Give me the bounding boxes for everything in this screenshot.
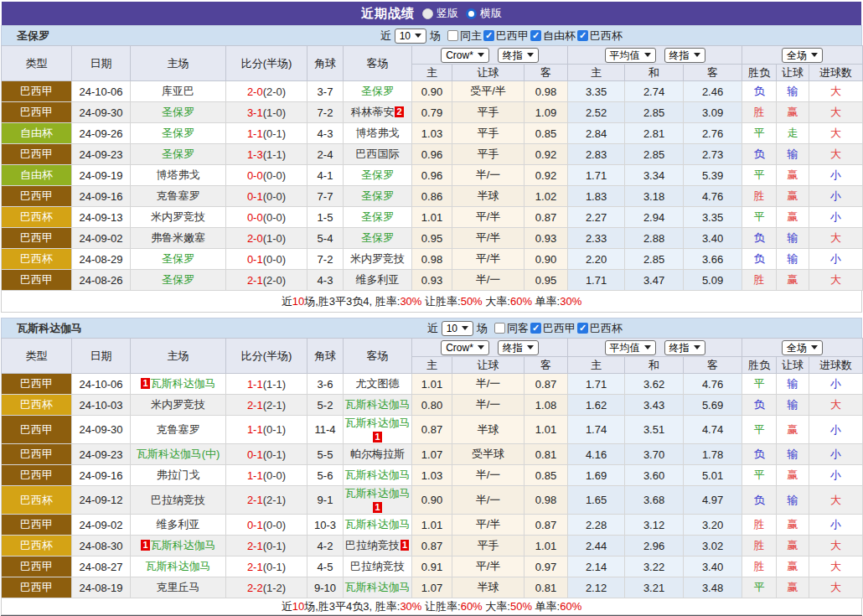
fulltime-score: 2-1 — [247, 540, 263, 552]
average-select[interactable]: 平均值 — [605, 48, 656, 63]
team-name: 巴西国际 — [356, 148, 400, 160]
games-label: 场 — [430, 28, 441, 44]
match-date: 24-09-30 — [72, 416, 131, 444]
match-count-value: 10 — [400, 30, 411, 42]
avg-draw: 2.96 — [625, 536, 684, 556]
col-corner: 角球 — [307, 46, 344, 81]
halftime-score: (0-1) — [263, 423, 286, 436]
red-card-badge: 1 — [141, 378, 149, 389]
avg-draw: 2.81 — [625, 123, 684, 144]
league-checkbox[interactable]: ✓ — [483, 30, 494, 41]
summary-text: 60% — [461, 600, 483, 613]
odds-time-select[interactable]: 终指 — [498, 48, 539, 63]
team-name: 科林蒂安 — [350, 106, 394, 118]
fulltime-score: 1-1 — [247, 423, 263, 436]
team-name: 弗鲁米嫩塞 — [151, 231, 205, 244]
result-goals: 小 — [809, 186, 863, 207]
odds-away: 0.98 — [525, 486, 568, 515]
fulltime-score: 2-1 — [247, 399, 263, 412]
league-checkbox[interactable]: ✓ — [530, 30, 541, 41]
halftime-score: (1-1) — [263, 378, 286, 391]
match-row: 巴西甲24-09-30克鲁塞罗1-1(0-1)11-4瓦斯科达伽马10.87半球… — [2, 416, 863, 444]
league-badge: 自由杯 — [2, 123, 72, 144]
league-checkbox[interactable]: ✓ — [530, 323, 541, 334]
results-body: 巴西甲24-10-061瓦斯科达伽马1-1(1-1)3-6尤文图德1.01半/一… — [2, 374, 863, 598]
section-summary: 近10场,胜3平4负3, 胜率:30% 让胜率:60% 大率:50% 单率:60… — [1, 598, 862, 615]
col-date: 日期 — [72, 46, 131, 81]
chevron-down-icon — [644, 53, 651, 57]
league-checkbox[interactable]: ✓ — [577, 30, 588, 41]
team-name: 圣保罗 — [162, 252, 194, 265]
bookmaker-select[interactable]: Crow* — [441, 340, 489, 355]
fulltime-score: 2-0 — [247, 232, 263, 245]
away-team: 圣保罗 — [344, 81, 412, 102]
league-checkbox[interactable]: ✓ — [577, 323, 588, 334]
result-handicap: 赢 — [777, 207, 809, 228]
same-venue-checkbox[interactable] — [494, 323, 505, 334]
odds-home: 1.01 — [412, 207, 452, 228]
result-handicap: 赢 — [777, 416, 809, 444]
result-goals: 小 — [809, 207, 863, 228]
fulltime-select[interactable]: 全场 — [782, 340, 823, 355]
corners: 9-10 — [307, 577, 344, 598]
team-name: 克里丘马 — [157, 581, 200, 593]
avg-home: 2.83 — [568, 144, 625, 165]
away-team: 科林蒂安2 — [344, 102, 412, 123]
average-select[interactable]: 平均值 — [605, 340, 656, 355]
home-team: 1瓦斯科达伽马 — [131, 536, 226, 556]
result-goals: 小 — [809, 465, 863, 486]
avg-home: 1.83 — [568, 186, 625, 207]
vertical-layout-label[interactable]: 竖版 — [437, 6, 458, 21]
filter-controls: 近10场同主✓巴西甲✓自由杯✓巴西杯 — [380, 28, 623, 44]
avg-home: 2.44 — [568, 536, 625, 556]
fulltime-score: 0-0 — [247, 169, 263, 182]
result-goals: 大 — [809, 556, 863, 577]
match-count-select[interactable]: 10 — [442, 321, 473, 336]
chevron-down-icon — [478, 345, 484, 349]
home-team: 1瓦斯科达伽马 — [131, 374, 226, 395]
average-time-select[interactable]: 终指 — [664, 48, 705, 63]
avg-draw: 2.85 — [625, 102, 684, 123]
section-header: 圣保罗 近10场同主✓巴西甲✓自由杯✓巴西杯 — [1, 25, 862, 45]
match-date: 24-09-13 — [72, 207, 131, 228]
summary-text: 50% — [461, 295, 483, 308]
horizontal-layout-label[interactable]: 横版 — [480, 6, 502, 21]
match-date: 24-08-27 — [72, 556, 131, 577]
result-wdl: 负 — [742, 144, 777, 165]
vertical-layout-radio[interactable] — [422, 8, 433, 19]
match-row: 巴西甲24-10-061瓦斯科达伽马1-1(1-1)3-6尤文图德1.01半/一… — [2, 374, 863, 395]
team-name: 瓦斯科达伽马 — [345, 487, 411, 500]
result-goals: 大 — [809, 395, 863, 416]
fulltime-select[interactable]: 全场 — [782, 48, 823, 63]
odds-time-select[interactable]: 终指 — [498, 340, 539, 355]
home-team: 弗拉门戈 — [131, 465, 226, 486]
summary-text: 大率: — [483, 600, 510, 613]
league-badge: 巴西甲 — [2, 416, 72, 444]
score: 2-1(2-1) — [226, 486, 307, 515]
chevron-down-icon — [415, 34, 421, 38]
horizontal-layout-radio[interactable] — [466, 8, 477, 19]
result-handicap: 赢 — [777, 536, 809, 556]
away-team: 圣保罗 — [344, 165, 412, 186]
league-badge: 巴西甲 — [2, 374, 72, 395]
avg-home: 1.65 — [568, 486, 625, 515]
league-badge: 自由杯 — [2, 165, 72, 186]
chevron-down-icon — [478, 53, 484, 57]
match-count-select[interactable]: 10 — [395, 28, 426, 44]
match-row: 巴西甲24-08-27瓦斯科达伽马2-1(0-1)4-5巴拉纳竞技0.91平/半… — [2, 556, 863, 577]
corners: 9-1 — [307, 486, 344, 515]
same-venue-label: 同客 — [507, 321, 529, 336]
bookmaker-select[interactable]: Crow* — [441, 48, 489, 63]
halftime-score: (0-0) — [263, 469, 286, 482]
result-wdl: 胜 — [742, 515, 777, 536]
result-wdl: 平 — [742, 165, 777, 186]
average-time-select[interactable]: 终指 — [664, 340, 705, 355]
same-venue-checkbox[interactable] — [447, 30, 458, 41]
league-badge: 巴西杯 — [2, 207, 72, 228]
league-badge: 巴西甲 — [2, 556, 72, 577]
away-team: 圣保罗 — [344, 207, 412, 228]
home-team: 克里丘马 — [131, 577, 226, 598]
match-row: 巴西甲24-09-16克鲁塞罗0-1(0-0)7-7圣保罗0.86半球1.021… — [2, 186, 863, 207]
odds-away: 0.87 — [525, 374, 568, 395]
score: 0-0(0-0) — [226, 207, 307, 228]
